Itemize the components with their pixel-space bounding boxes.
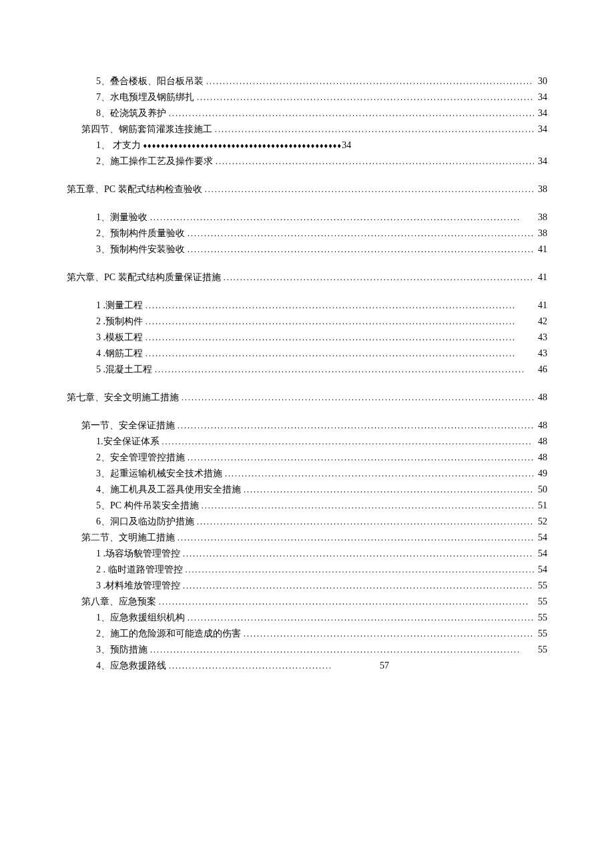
toc-page-number: 48 (534, 418, 547, 434)
toc-entry: 1 .场容场貌管理管控.............................… (67, 546, 547, 562)
toc-leader-dots: ........................................… (175, 418, 534, 434)
toc-entry: 第四节、钢筋套筒灌浆连接施工..........................… (67, 121, 547, 137)
toc-page-number: 48 (534, 450, 547, 466)
toc-label: 2、施工操作工艺及操作要求 (96, 153, 213, 169)
toc-page-number: 49 (534, 466, 547, 482)
toc-entry: 第五章、PC 装配式结构检查验收........................… (67, 181, 547, 197)
toc-page-number: 34 (534, 105, 547, 121)
toc-entry: 5 .混凝土工程................................… (67, 362, 547, 378)
toc-entry: 6、洞口及临边防护措施.............................… (67, 514, 547, 530)
toc-leader-dots: ........................................… (143, 330, 534, 346)
toc-label: 第五章、PC 装配式结构检查验收 (67, 181, 202, 197)
section-gap (67, 406, 547, 418)
toc-page-number: 41 (534, 298, 547, 314)
toc-label: 3、起重运输机械安全技术措施 (96, 466, 222, 482)
toc-label: 5、PC 构件吊装安全措施 (96, 498, 199, 514)
toc-leader-dots: ........................................… (143, 346, 534, 362)
toc-leader-diamonds: ♦♦♦♦♦♦♦♦♦♦♦♦♦♦♦♦♦♦♦♦♦♦♦♦♦♦♦♦♦♦♦♦♦♦♦♦♦♦♦♦… (141, 137, 342, 153)
toc-page-number: 55 (534, 610, 547, 626)
section-gap (67, 258, 547, 270)
toc-label: 2、预制构件质量验收 (96, 226, 185, 242)
toc-page-number: 50 (534, 482, 547, 498)
toc-entry: 4 .钢筋工程.................................… (67, 346, 547, 362)
table-of-contents: 5、叠合楼板、阳台板吊装............................… (67, 73, 547, 674)
toc-label: 3 .模板工程 (96, 330, 143, 346)
toc-label: 8、砼浇筑及养护 (96, 105, 166, 121)
toc-page-number: 52 (534, 514, 547, 530)
toc-page-number: 43 (534, 330, 547, 346)
toc-label: 5 .混凝土工程 (96, 362, 152, 378)
toc-leader-dots: ........................................… (222, 466, 534, 482)
toc-page-number: 42 (534, 314, 547, 330)
toc-entry: 8、砼浇筑及养护................................… (67, 105, 547, 121)
toc-leader-dots: ........................................… (166, 658, 380, 674)
toc-entry: 2、安全管理管控措施..............................… (67, 450, 547, 466)
toc-label: 1、 才支力 (96, 137, 141, 153)
toc-page-number: 51 (534, 498, 547, 514)
toc-page-number: 55 (534, 642, 547, 658)
toc-leader-dots: ........................................… (213, 153, 534, 169)
toc-leader-dots: ........................................… (152, 362, 534, 378)
toc-leader-dots: ........................................… (185, 226, 534, 242)
toc-leader-dots: ........................................… (183, 562, 535, 578)
toc-entry: 3 .模板工程.................................… (67, 330, 547, 346)
toc-label: 4 .钢筋工程 (96, 346, 143, 362)
toc-leader-dots: ........................................… (241, 482, 534, 498)
toc-entry: 1.安全保证体系................................… (67, 434, 547, 450)
toc-page-number: 30 (534, 73, 547, 89)
section-gap (67, 378, 547, 390)
toc-leader-dots: ........................................… (194, 514, 534, 530)
toc-entry: 2 .预制构件.................................… (67, 314, 547, 330)
toc-entry: 第八章、应急预案................................… (67, 594, 547, 610)
toc-entry: 1、应急救援组织机构..............................… (67, 610, 547, 626)
toc-page-number: 55 (534, 594, 547, 610)
toc-entry: 第七章、安全文明施工措施............................… (67, 390, 547, 406)
toc-entry: 2、施工操作工艺及操作要求...........................… (67, 153, 547, 169)
toc-page-number: 38 (534, 209, 547, 226)
toc-label: 1.安全保证体系 (96, 434, 160, 450)
section-gap (67, 169, 547, 181)
toc-entry: 5、叠合楼板、阳台板吊装............................… (67, 73, 547, 89)
toc-page-number: 41 (534, 242, 547, 258)
toc-page-number: 57 (380, 658, 389, 674)
toc-entry: 第六章、PC 装配式结构质量保证措施......................… (67, 270, 547, 286)
toc-label: 第一节、安全保证措施 (81, 418, 175, 434)
toc-leader-dots: ........................................… (202, 181, 534, 197)
toc-leader-dots: ........................................… (156, 594, 534, 610)
toc-leader-dots: ........................................… (185, 242, 534, 258)
toc-label: 5、叠合楼板、阳台板吊装 (96, 73, 204, 89)
toc-leader-dots: ........................................… (221, 270, 534, 286)
toc-leader-dots: ........................................… (185, 450, 534, 466)
toc-entry: 第一节、安全保证措施..............................… (67, 418, 547, 434)
toc-page-number: 34 (534, 121, 547, 137)
toc-leader-dots: ........................................… (147, 642, 534, 658)
toc-page-number: 48 (534, 434, 547, 450)
toc-label: 7、水电预埋及钢筋绑扎 (96, 89, 194, 105)
toc-leader-dots: ........................................… (179, 390, 534, 406)
toc-entry: 2、预制构件质量验收..............................… (67, 226, 547, 242)
toc-page-number: 38 (534, 181, 547, 197)
toc-page-number: 54 (534, 546, 547, 562)
toc-page-number: 48 (534, 390, 547, 406)
toc-label: 1、测量验收 (96, 209, 147, 226)
toc-leader-dots: ........................................… (185, 610, 534, 626)
toc-page-number: 34 (342, 137, 351, 153)
toc-label: 1、应急救援组织机构 (96, 610, 185, 626)
toc-leader-dots: ........................................… (194, 89, 534, 105)
toc-entry: 7、水电预埋及钢筋绑扎.............................… (67, 89, 547, 105)
toc-entry: 4、应急救援路线................................… (67, 658, 547, 674)
toc-page-number: 34 (534, 153, 547, 169)
toc-entry: 3 .材料堆放管理管控.............................… (67, 578, 547, 594)
toc-label: 1 .测量工程 (96, 298, 143, 314)
toc-entry: 5、PC 构件吊装安全措施...........................… (67, 498, 547, 514)
toc-label: 2 . 临时道路管理管控 (96, 562, 183, 578)
toc-leader-dots: ........................................… (204, 73, 534, 89)
toc-label: 第四节、钢筋套筒灌浆连接施工 (81, 121, 212, 137)
section-gap (67, 286, 547, 298)
toc-label: 4、应急救援路线 (96, 658, 166, 674)
toc-page-number: 43 (534, 346, 547, 362)
toc-leader-dots: ........................................… (199, 498, 534, 514)
toc-entry: 2 . 临时道路管理管控............................… (67, 562, 547, 578)
toc-page-number: 54 (534, 530, 547, 546)
toc-label: 2、安全管理管控措施 (96, 450, 185, 466)
